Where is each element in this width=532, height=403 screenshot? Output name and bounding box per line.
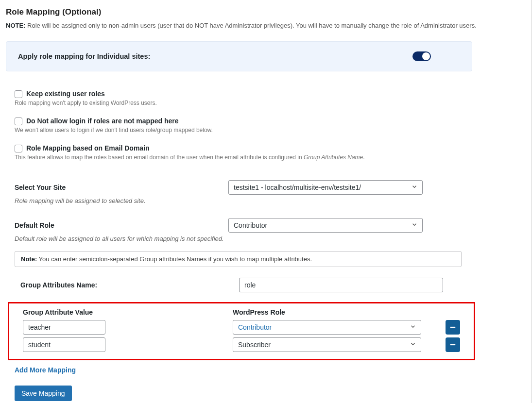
keep-existing-checkbox[interactable] (15, 90, 22, 98)
email-domain-row: Role Mapping based on Email Domain (15, 144, 526, 152)
note-prefix: NOTE: (6, 22, 25, 29)
note-text: Role will be assigned only to non-admin … (25, 22, 476, 29)
email-domain-hint: This feature allows to map the roles bas… (15, 154, 526, 161)
keep-existing-hint: Role mapping won't apply to existing Wor… (15, 100, 526, 106)
mapping-row-0: Contributor (23, 320, 460, 335)
no-login-label: Do Not allow login if roles are not mapp… (26, 117, 178, 125)
info-note-prefix: Note: (21, 255, 37, 263)
site-select-value: testsite1 - localhost/multisite-env/test… (228, 180, 423, 195)
no-login-hint: We won't allow users to login if we don'… (15, 127, 526, 134)
keep-existing-label: Keep existing user roles (26, 90, 105, 98)
mapping-value-input-1[interactable] (23, 337, 105, 352)
keep-existing-row: Keep existing user roles (15, 90, 526, 98)
no-login-row: Do Not allow login if roles are not mapp… (15, 117, 526, 125)
mapping-highlight-box: Group Attribute Value WordPress Role Con… (8, 302, 475, 360)
email-domain-hint-suffix: . (363, 154, 364, 161)
mapping-header: Group Attribute Value WordPress Role (23, 308, 460, 316)
default-role-label: Default Role (15, 221, 228, 229)
email-domain-hint-italic: Group Attributes Name (304, 154, 363, 161)
remove-mapping-button-0[interactable] (446, 320, 460, 335)
group-attr-row: Group Attributes Name: (20, 278, 526, 292)
mapping-role-select-0[interactable]: Contributor (233, 320, 421, 335)
mapping-value-input-0[interactable] (23, 320, 105, 335)
default-role-row: Default Role Contributor (15, 218, 526, 233)
site-select-row: Select Your Site testsite1 - localhost/m… (15, 180, 526, 195)
info-note-box: Note: You can enter semicolon-separated … (15, 251, 462, 267)
email-domain-hint-prefix: This feature allows to map the roles bas… (15, 154, 304, 161)
page-title: Role Mapping (Optional) (6, 7, 526, 17)
no-login-checkbox[interactable] (15, 118, 22, 125)
site-select-hint: Role mapping will be assigned to selecte… (15, 197, 526, 204)
default-role-value: Contributor (228, 218, 423, 233)
default-role-select[interactable]: Contributor (228, 218, 423, 233)
group-attr-label: Group Attributes Name: (20, 281, 239, 289)
toggle-row: Apply role mapping for Individual sites: (6, 41, 472, 71)
site-select[interactable]: testsite1 - localhost/multisite-env/test… (228, 180, 423, 195)
mapping-role-select-1[interactable]: Subscriber (233, 337, 421, 352)
add-more-link[interactable]: Add More Mapping (15, 366, 76, 374)
toggle-knob (422, 52, 430, 60)
mapping-col1-header: Group Attribute Value (23, 308, 233, 316)
default-role-hint: Default role will be assigned to all use… (15, 235, 526, 242)
save-mapping-button[interactable]: Save Mapping (15, 386, 72, 401)
individual-sites-toggle[interactable] (412, 51, 431, 61)
email-domain-label: Role Mapping based on Email Domain (26, 144, 150, 152)
site-select-label: Select Your Site (15, 184, 228, 191)
remove-mapping-button-1[interactable] (446, 337, 460, 352)
toggle-label: Apply role mapping for Individual sites: (18, 52, 150, 60)
mapping-row-1: Subscriber (23, 337, 460, 352)
mapping-role-value-1: Subscriber (233, 337, 421, 352)
mapping-col2-header: WordPress Role (233, 308, 285, 316)
info-note-text: You can enter semicolon-separated Group … (37, 255, 312, 263)
mapping-role-value-0: Contributor (233, 320, 421, 335)
email-domain-checkbox[interactable] (15, 145, 22, 152)
note-line: NOTE: Role will be assigned only to non-… (6, 22, 526, 29)
group-attr-input[interactable] (239, 278, 443, 292)
